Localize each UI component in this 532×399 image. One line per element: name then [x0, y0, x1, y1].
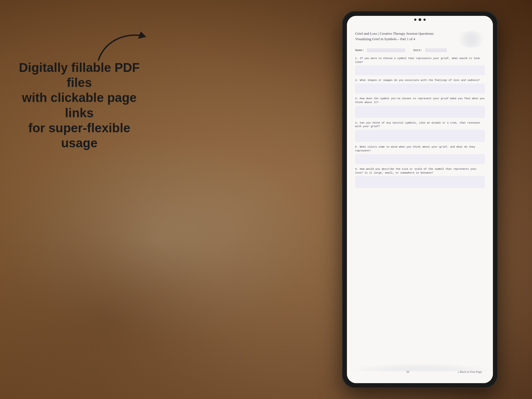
camera-lens	[419, 18, 421, 21]
answer-box-2[interactable]	[355, 84, 485, 93]
curved-arrow-icon	[93, 27, 153, 66]
questions-list: 1. If you were to choose a symbol that r…	[355, 57, 485, 366]
question-6-text: 6. How would you describe the size or sc…	[355, 167, 485, 175]
tablet-screen: Grief and Loss | Creative Therapy Sessio…	[347, 16, 493, 383]
question-3-text: 3. How does the symbol you've chosen to …	[355, 97, 485, 104]
name-label: Name:	[355, 49, 364, 52]
camera-dot-2	[423, 19, 426, 21]
answer-box-3[interactable]	[355, 106, 485, 118]
question-1-text: 1. If you were to choose a symbol that r…	[355, 57, 485, 64]
mandala-decoration	[455, 31, 487, 48]
answer-box-1[interactable]	[355, 65, 485, 75]
tablet-device: Grief and Loss | Creative Therapy Sessio…	[335, 8, 505, 391]
question-2: 2. What shapes or images do you associat…	[355, 78, 485, 93]
pdf-document: Grief and Loss | Creative Therapy Sessio…	[347, 24, 493, 383]
footer-mandala-decoration	[347, 363, 493, 371]
promo-headline: Digitally fillable PDF fileswith clickab…	[16, 60, 142, 151]
question-6: 6. How would you describe the size or sc…	[355, 167, 485, 188]
answer-box-6[interactable]	[355, 176, 485, 188]
question-5-text: 5. What colors come to mind when you thi…	[355, 145, 485, 153]
question-4-text: 4. Can you think of any natural symbols,…	[355, 121, 485, 129]
date-input-field[interactable]	[425, 48, 447, 52]
question-2-text: 2. What shapes or images do you associat…	[355, 78, 485, 82]
question-5: 5. What colors come to mind when you thi…	[355, 145, 485, 164]
date-label: Date:	[413, 49, 422, 52]
question-4: 4. Can you think of any natural symbols,…	[355, 121, 485, 142]
tablet-camera-bar	[347, 16, 493, 24]
question-1: 1. If you were to choose a symbol that r…	[355, 57, 485, 75]
tablet-body: Grief and Loss | Creative Therapy Sessio…	[342, 11, 498, 388]
question-3: 3. How does the symbol you've chosen to …	[355, 97, 485, 118]
promo-text-block: Digitally fillable PDF fileswith clickab…	[16, 60, 142, 151]
camera-dot-1	[414, 19, 416, 21]
answer-box-5[interactable]	[355, 154, 485, 164]
name-date-row: Name: Date:	[355, 48, 485, 52]
answer-box-4[interactable]	[355, 130, 485, 142]
name-input-field[interactable]	[367, 48, 405, 52]
